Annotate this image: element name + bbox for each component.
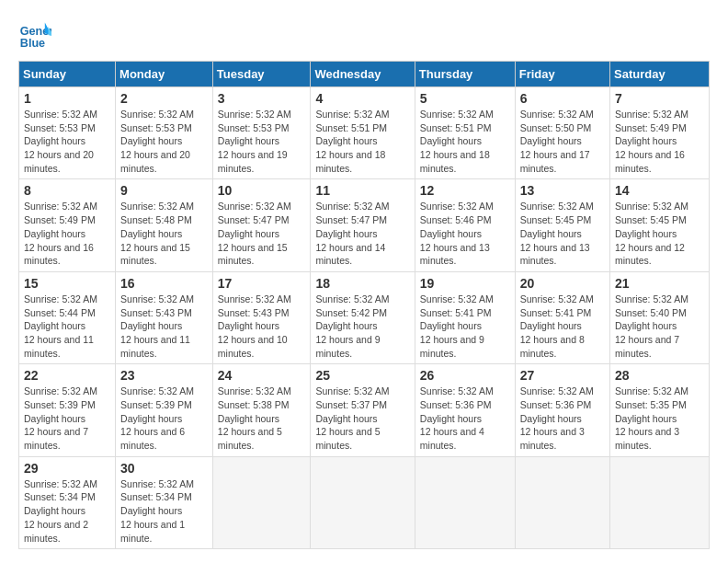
calendar-day-cell: 29 Sunrise: 5:32 AM Sunset: 5:34 PM Dayl… xyxy=(19,456,116,548)
day-number: 21 xyxy=(615,276,704,291)
day-number: 16 xyxy=(120,276,208,291)
day-number: 20 xyxy=(520,276,605,291)
day-info: Sunrise: 5:32 AM Sunset: 5:41 PM Dayligh… xyxy=(520,293,605,360)
calendar-day-cell: 10 Sunrise: 5:32 AM Sunset: 5:47 PM Dayl… xyxy=(212,179,311,271)
day-number: 14 xyxy=(615,183,704,198)
day-number: 2 xyxy=(120,91,208,106)
calendar-day-cell: 8 Sunrise: 5:32 AM Sunset: 5:49 PM Dayli… xyxy=(19,179,116,271)
day-info: Sunrise: 5:32 AM Sunset: 5:45 PM Dayligh… xyxy=(520,200,605,267)
calendar-day-cell: 20 Sunrise: 5:32 AM Sunset: 5:41 PM Dayl… xyxy=(515,271,609,363)
calendar-day-cell: 21 Sunrise: 5:32 AM Sunset: 5:40 PM Dayl… xyxy=(610,271,710,363)
day-info: Sunrise: 5:32 AM Sunset: 5:34 PM Dayligh… xyxy=(24,477,110,545)
day-info: Sunrise: 5:32 AM Sunset: 5:36 PM Dayligh… xyxy=(520,385,605,452)
day-info: Sunrise: 5:32 AM Sunset: 5:42 PM Dayligh… xyxy=(315,293,409,360)
calendar-day-cell xyxy=(311,456,415,548)
calendar-day-cell: 9 Sunrise: 5:32 AM Sunset: 5:48 PM Dayli… xyxy=(116,179,213,271)
calendar-day-cell: 7 Sunrise: 5:32 AM Sunset: 5:49 PM Dayli… xyxy=(610,87,710,179)
calendar-day-cell: 15 Sunrise: 5:32 AM Sunset: 5:44 PM Dayl… xyxy=(19,271,116,363)
calendar-day-cell: 11 Sunrise: 5:32 AM Sunset: 5:47 PM Dayl… xyxy=(311,179,415,271)
calendar-day-cell: 30 Sunrise: 5:32 AM Sunset: 5:34 PM Dayl… xyxy=(116,456,213,548)
day-info: Sunrise: 5:32 AM Sunset: 5:38 PM Dayligh… xyxy=(218,385,306,452)
calendar-week-row: 29 Sunrise: 5:32 AM Sunset: 5:34 PM Dayl… xyxy=(19,456,710,548)
calendar-day-cell: 13 Sunrise: 5:32 AM Sunset: 5:45 PM Dayl… xyxy=(515,179,609,271)
calendar-day-cell: 12 Sunrise: 5:32 AM Sunset: 5:46 PM Dayl… xyxy=(415,179,515,271)
day-info: Sunrise: 5:32 AM Sunset: 5:37 PM Dayligh… xyxy=(315,385,409,452)
day-number: 29 xyxy=(24,461,110,476)
day-info: Sunrise: 5:32 AM Sunset: 5:35 PM Dayligh… xyxy=(615,385,704,452)
day-number: 11 xyxy=(315,183,409,198)
calendar-day-cell xyxy=(515,456,609,548)
day-number: 26 xyxy=(420,368,510,383)
calendar-header-cell: Wednesday xyxy=(311,62,415,87)
calendar-day-cell: 17 Sunrise: 5:32 AM Sunset: 5:43 PM Dayl… xyxy=(212,271,311,363)
calendar-week-row: 8 Sunrise: 5:32 AM Sunset: 5:49 PM Dayli… xyxy=(19,179,710,271)
day-number: 18 xyxy=(315,276,409,291)
day-number: 15 xyxy=(24,276,110,291)
calendar-day-cell: 19 Sunrise: 5:32 AM Sunset: 5:41 PM Dayl… xyxy=(415,271,515,363)
day-number: 23 xyxy=(120,368,208,383)
day-number: 3 xyxy=(218,91,306,106)
day-info: Sunrise: 5:32 AM Sunset: 5:47 PM Dayligh… xyxy=(315,200,409,267)
calendar-day-cell xyxy=(610,456,710,548)
day-number: 10 xyxy=(218,183,306,198)
day-info: Sunrise: 5:32 AM Sunset: 5:49 PM Dayligh… xyxy=(24,200,110,267)
day-info: Sunrise: 5:32 AM Sunset: 5:41 PM Dayligh… xyxy=(420,293,510,360)
calendar-day-cell: 26 Sunrise: 5:32 AM Sunset: 5:36 PM Dayl… xyxy=(415,364,515,456)
day-info: Sunrise: 5:32 AM Sunset: 5:43 PM Dayligh… xyxy=(218,293,306,360)
logo-icon: General Blue xyxy=(18,18,51,52)
day-info: Sunrise: 5:32 AM Sunset: 5:49 PM Dayligh… xyxy=(615,108,704,175)
day-number: 8 xyxy=(24,183,110,198)
day-number: 24 xyxy=(218,368,306,383)
day-info: Sunrise: 5:32 AM Sunset: 5:51 PM Dayligh… xyxy=(315,108,409,175)
day-info: Sunrise: 5:32 AM Sunset: 5:47 PM Dayligh… xyxy=(218,200,306,267)
calendar-day-cell: 1 Sunrise: 5:32 AM Sunset: 5:53 PM Dayli… xyxy=(19,87,116,179)
header: General Blue xyxy=(18,18,710,52)
day-number: 12 xyxy=(420,183,510,198)
day-info: Sunrise: 5:32 AM Sunset: 5:39 PM Dayligh… xyxy=(24,385,110,452)
calendar-day-cell: 22 Sunrise: 5:32 AM Sunset: 5:39 PM Dayl… xyxy=(19,364,116,456)
day-info: Sunrise: 5:32 AM Sunset: 5:39 PM Dayligh… xyxy=(120,385,208,452)
day-info: Sunrise: 5:32 AM Sunset: 5:36 PM Dayligh… xyxy=(420,385,510,452)
day-info: Sunrise: 5:32 AM Sunset: 5:53 PM Dayligh… xyxy=(24,108,110,175)
calendar-header-cell: Sunday xyxy=(19,62,116,87)
day-number: 25 xyxy=(315,368,409,383)
calendar-day-cell: 16 Sunrise: 5:32 AM Sunset: 5:43 PM Dayl… xyxy=(116,271,213,363)
calendar-day-cell: 27 Sunrise: 5:32 AM Sunset: 5:36 PM Dayl… xyxy=(515,364,609,456)
day-info: Sunrise: 5:32 AM Sunset: 5:43 PM Dayligh… xyxy=(120,293,208,360)
calendar-day-cell xyxy=(212,456,311,548)
calendar-header-row: SundayMondayTuesdayWednesdayThursdayFrid… xyxy=(19,62,710,87)
svg-text:Blue: Blue xyxy=(20,37,45,50)
calendar-week-row: 1 Sunrise: 5:32 AM Sunset: 5:53 PM Dayli… xyxy=(19,87,710,179)
day-info: Sunrise: 5:32 AM Sunset: 5:48 PM Dayligh… xyxy=(120,200,208,267)
day-info: Sunrise: 5:32 AM Sunset: 5:50 PM Dayligh… xyxy=(520,108,605,175)
calendar-day-cell: 25 Sunrise: 5:32 AM Sunset: 5:37 PM Dayl… xyxy=(311,364,415,456)
day-number: 17 xyxy=(218,276,306,291)
calendar-header-cell: Friday xyxy=(515,62,609,87)
day-number: 4 xyxy=(315,91,409,106)
day-info: Sunrise: 5:32 AM Sunset: 5:44 PM Dayligh… xyxy=(24,293,110,360)
calendar-day-cell: 2 Sunrise: 5:32 AM Sunset: 5:53 PM Dayli… xyxy=(116,87,213,179)
calendar-day-cell: 24 Sunrise: 5:32 AM Sunset: 5:38 PM Dayl… xyxy=(212,364,311,456)
calendar-day-cell: 14 Sunrise: 5:32 AM Sunset: 5:45 PM Dayl… xyxy=(610,179,710,271)
calendar-header-cell: Thursday xyxy=(415,62,515,87)
day-number: 22 xyxy=(24,368,110,383)
calendar-day-cell xyxy=(415,456,515,548)
calendar-day-cell: 18 Sunrise: 5:32 AM Sunset: 5:42 PM Dayl… xyxy=(311,271,415,363)
calendar-day-cell: 4 Sunrise: 5:32 AM Sunset: 5:51 PM Dayli… xyxy=(311,87,415,179)
calendar-header-cell: Saturday xyxy=(610,62,710,87)
calendar-week-row: 15 Sunrise: 5:32 AM Sunset: 5:44 PM Dayl… xyxy=(19,271,710,363)
logo: General Blue xyxy=(18,18,55,52)
day-info: Sunrise: 5:32 AM Sunset: 5:45 PM Dayligh… xyxy=(615,200,704,267)
day-info: Sunrise: 5:32 AM Sunset: 5:40 PM Dayligh… xyxy=(615,293,704,360)
calendar-day-cell: 6 Sunrise: 5:32 AM Sunset: 5:50 PM Dayli… xyxy=(515,87,609,179)
day-info: Sunrise: 5:32 AM Sunset: 5:46 PM Dayligh… xyxy=(420,200,510,267)
day-info: Sunrise: 5:32 AM Sunset: 5:53 PM Dayligh… xyxy=(120,108,208,175)
calendar-day-cell: 23 Sunrise: 5:32 AM Sunset: 5:39 PM Dayl… xyxy=(116,364,213,456)
day-number: 28 xyxy=(615,368,704,383)
calendar-day-cell: 28 Sunrise: 5:32 AM Sunset: 5:35 PM Dayl… xyxy=(610,364,710,456)
calendar-header-cell: Monday xyxy=(116,62,213,87)
day-info: Sunrise: 5:32 AM Sunset: 5:53 PM Dayligh… xyxy=(218,108,306,175)
day-number: 7 xyxy=(615,91,704,106)
day-number: 1 xyxy=(24,91,110,106)
day-number: 9 xyxy=(120,183,208,198)
